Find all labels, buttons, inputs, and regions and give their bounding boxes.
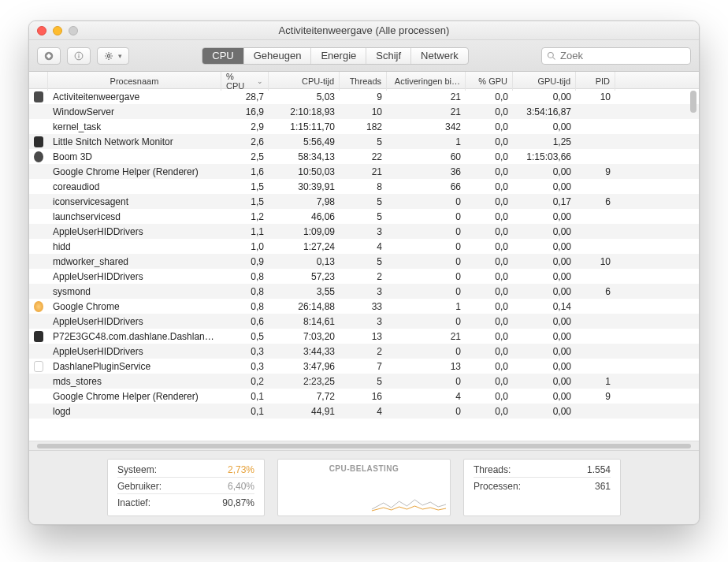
table-row[interactable]: hidd1,01:27,24400,00,00 [29, 239, 699, 254]
cputime-value: 1:15:11,70 [269, 121, 340, 132]
cputime-value: 3:44,33 [269, 346, 340, 357]
tab-cpu[interactable]: CPU [202, 48, 243, 64]
table-row[interactable]: coreaudiod1,530:39,918660,00,00 [29, 179, 699, 194]
svg-point-5 [107, 54, 110, 57]
pid-value: 9 [576, 391, 615, 402]
col-threads[interactable]: Threads [340, 72, 387, 91]
user-label: Gebruiker: [117, 481, 162, 492]
gputime-value: 0,00 [513, 361, 576, 372]
options-menu-button[interactable]: ▾ [97, 47, 129, 65]
search-input[interactable] [560, 50, 693, 61]
process-name: iconservicesagent [48, 196, 221, 207]
gpu-value: 0,0 [466, 91, 513, 102]
gputime-value: 0,00 [513, 166, 576, 177]
processes-label: Processen: [474, 481, 521, 492]
tab-energy[interactable]: Energie [311, 48, 366, 64]
table-row[interactable]: P72E3GC48.com.dashlane.DashlaneA…0,57:03… [29, 329, 699, 344]
threads-value: 10 [340, 106, 387, 117]
cpu-value: 1,0 [221, 241, 269, 252]
table-row[interactable]: Google Chrome Helper (Renderer)1,610:50,… [29, 164, 699, 179]
wakeups-value: 13 [387, 361, 466, 372]
col-gpu[interactable]: % GPU [466, 72, 513, 91]
wakeups-value: 66 [387, 181, 466, 192]
info-button[interactable] [67, 47, 91, 65]
threads-value: 5 [340, 136, 387, 147]
threads-value: 3 [340, 286, 387, 297]
stop-process-button[interactable] [37, 47, 61, 65]
col-gputime[interactable]: GPU-tijd [513, 72, 576, 91]
process-icon [34, 91, 43, 102]
wakeups-value: 0 [387, 376, 466, 387]
table-row[interactable]: logd0,144,91400,00,00 [29, 404, 699, 419]
cpu-value: 0,6 [221, 316, 269, 327]
process-name: hidd [48, 241, 221, 252]
cpu-value: 2,5 [221, 151, 269, 162]
svg-line-11 [110, 58, 111, 58]
cputime-value: 1:09,09 [269, 226, 340, 237]
wakeups-value: 0 [387, 406, 466, 417]
svg-line-12 [110, 53, 111, 54]
col-name[interactable]: Procesnaam [48, 72, 221, 91]
cpu-value: 0,1 [221, 391, 269, 402]
table-row[interactable]: Boom 3D2,558:34,1322600,01:15:03,66 [29, 149, 699, 164]
cpu-value: 16,9 [221, 106, 269, 117]
table-row[interactable]: AppleUserHIDDrivers0,33:44,33200,00,00 [29, 344, 699, 359]
system-value: 2,73% [228, 464, 254, 475]
cputime-value: 2:10:18,93 [269, 106, 340, 117]
table-row[interactable]: AppleUserHIDDrivers1,11:09,09300,00,00 [29, 224, 699, 239]
tab-disk[interactable]: Schijf [366, 48, 411, 64]
horizontal-scrollbar[interactable] [29, 441, 699, 450]
cputime-value: 26:14,88 [269, 301, 340, 312]
table-row[interactable]: mdworker_shared0,90,13500,00,0010 [29, 254, 699, 269]
svg-point-3 [78, 54, 80, 55]
gputime-value: 0,00 [513, 406, 576, 417]
table-row[interactable]: kernel_task2,91:15:11,701823420,00,00 [29, 119, 699, 134]
table-row[interactable]: iconservicesagent1,57,98500,00,176 [29, 194, 699, 209]
cpu-value: 28,7 [221, 91, 269, 102]
footer: Systeem: 2,73% Gebruiker: 6,40% Inactief… [29, 450, 699, 524]
gputime-value: 1,25 [513, 136, 576, 147]
wakeups-value: 0 [387, 256, 466, 267]
cpu-value: 1,5 [221, 196, 269, 207]
table-row[interactable]: WindowServer16,92:10:18,9310210,03:54:16… [29, 104, 699, 119]
col-pid[interactable]: PID [576, 72, 615, 91]
activity-monitor-window: Activiteitenweergave (Alle processen) ▾ … [28, 20, 700, 525]
table-row[interactable]: AppleUserHIDDrivers0,857,23200,00,00 [29, 269, 699, 284]
table-row[interactable]: launchservicesd1,246,06500,00,00 [29, 209, 699, 224]
gpu-value: 0,0 [466, 376, 513, 387]
threads-value: 5 [340, 376, 387, 387]
table-row[interactable]: sysmond0,83,55300,00,006 [29, 284, 699, 299]
svg-line-13 [106, 58, 107, 58]
cpu-value: 1,6 [221, 166, 269, 177]
gpu-value: 0,0 [466, 346, 513, 357]
wakeups-value: 1 [387, 136, 466, 147]
search-icon [547, 51, 556, 61]
tab-memory[interactable]: Geheugen [244, 48, 312, 64]
table-row[interactable]: DashlanePluginService0,33:47,967130,00,0… [29, 359, 699, 374]
table-row[interactable]: Google Chrome Helper (Renderer)0,17,7216… [29, 389, 699, 404]
col-cpu[interactable]: % CPU⌄ [221, 72, 269, 91]
col-wakeups[interactable]: Activeringen bi… [387, 72, 466, 91]
threads-value: 4 [340, 406, 387, 417]
process-icon [34, 151, 43, 162]
search-field[interactable] [541, 47, 691, 65]
process-name: Google Chrome Helper (Renderer) [48, 166, 221, 177]
table-row[interactable]: AppleUserHIDDrivers0,68:14,61300,00,00 [29, 314, 699, 329]
pid-value: 6 [576, 196, 615, 207]
table-row[interactable]: Little Snitch Network Monitor2,65:56,495… [29, 134, 699, 149]
cpu-value: 0,3 [221, 346, 269, 357]
gpu-value: 0,0 [466, 331, 513, 342]
col-cputime[interactable]: CPU-tijd [269, 72, 340, 91]
sort-indicator-icon: ⌄ [257, 77, 263, 85]
cpu-value: 0,3 [221, 361, 269, 372]
gpu-value: 0,0 [466, 121, 513, 132]
table-row[interactable]: Activiteitenweergave28,75,039210,00,0010 [29, 89, 699, 104]
table-row[interactable]: mds_stores0,22:23,25500,00,001 [29, 374, 699, 389]
wakeups-value: 0 [387, 271, 466, 282]
table-row[interactable]: Google Chrome0,826:14,883310,00,14 [29, 299, 699, 314]
threads-value: 33 [340, 301, 387, 312]
process-name: logd [48, 406, 221, 417]
tab-network[interactable]: Netwerk [411, 48, 468, 64]
vertical-scrollbar[interactable] [690, 91, 696, 439]
wakeups-value: 0 [387, 226, 466, 237]
